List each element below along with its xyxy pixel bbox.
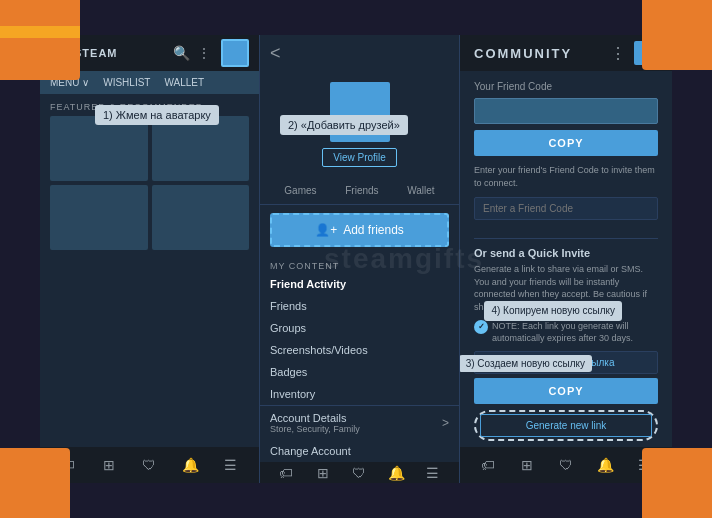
- generate-link-button[interactable]: Generate new link: [480, 414, 652, 437]
- mid-squares-icon[interactable]: ⊞: [314, 464, 332, 482]
- squares-icon[interactable]: ⊞: [100, 456, 118, 474]
- right-panel: COMMUNITY ⋮ Your Friend Code COPY Enter …: [460, 35, 672, 483]
- middle-bottom-bar: 🏷 ⊞ 🛡 🔔 ☰: [260, 462, 459, 483]
- friend-code-input[interactable]: [474, 98, 658, 124]
- community-dots-icon[interactable]: ⋮: [610, 44, 626, 63]
- chevron-right-icon: >: [442, 416, 449, 430]
- copy-button-2[interactable]: COPY: [474, 378, 658, 404]
- right-tag-icon[interactable]: 🏷: [479, 456, 497, 474]
- right-shield-icon[interactable]: 🛡: [557, 456, 575, 474]
- header-icons: 🔍 ⋮: [173, 39, 249, 67]
- search-icon[interactable]: 🔍: [173, 45, 189, 61]
- tooltip-generate-link: 3) Создаем новую ссылку: [460, 355, 592, 372]
- community-content: Your Friend Code COPY Enter your friend'…: [460, 71, 672, 447]
- community-header: COMMUNITY ⋮: [460, 35, 672, 71]
- menu-badges[interactable]: Badges: [260, 361, 459, 383]
- gift-decoration-top-left: [0, 0, 80, 80]
- right-squares-icon[interactable]: ⊞: [518, 456, 536, 474]
- main-container: steamgifts STEAM 🔍 ⋮ 1) Жмем на аватарку…: [40, 35, 672, 483]
- menu-inventory[interactable]: Inventory: [260, 383, 459, 405]
- menu-friends[interactable]: Friends: [260, 295, 459, 317]
- right-bell-icon[interactable]: 🔔: [596, 456, 614, 474]
- check-icon: ✓: [474, 320, 488, 334]
- mid-bell-icon[interactable]: 🔔: [387, 464, 405, 482]
- right-bottom-bar: 🏷 ⊞ 🛡 🔔 ☰: [460, 447, 672, 483]
- generate-link-outline: Generate new link: [474, 410, 658, 441]
- bell-icon[interactable]: 🔔: [181, 456, 199, 474]
- tab-wallet[interactable]: Wallet: [403, 183, 438, 198]
- change-account-item: Change Account: [260, 440, 459, 462]
- tab-friends[interactable]: Friends: [341, 183, 382, 198]
- tooltip-add-friends: 2) «Добавить друзей»: [280, 115, 408, 135]
- tooltip-copy-link: 4) Копируем новую ссылку: [484, 301, 622, 321]
- nav-wishlist[interactable]: WISHLIST: [99, 75, 154, 90]
- mid-shield-icon[interactable]: 🛡: [350, 464, 368, 482]
- account-details-sub: Store, Security, Family: [270, 424, 360, 434]
- featured-item-2: [152, 116, 250, 181]
- featured-grid: [40, 116, 259, 250]
- add-friends-button[interactable]: 👤+ Add friends: [270, 213, 449, 247]
- dots-icon[interactable]: ⋮: [197, 45, 213, 61]
- menu-friend-activity[interactable]: Friend Activity: [260, 273, 459, 295]
- tooltip-click-avatar: 1) Жмем на аватарку: [95, 105, 219, 125]
- view-profile-button[interactable]: View Profile: [322, 148, 397, 167]
- left-panel: STEAM 🔍 ⋮ 1) Жмем на аватарку MENU ∨ WIS…: [40, 35, 260, 483]
- profile-tabs: Games Friends Wallet: [260, 177, 459, 205]
- account-details-label: Account Details: [270, 412, 360, 424]
- account-details-item[interactable]: Account Details Store, Security, Family …: [260, 405, 459, 440]
- user-avatar[interactable]: [221, 39, 249, 67]
- gift-decoration-bottom-left: [0, 448, 70, 518]
- mid-tag-icon[interactable]: 🏷: [277, 464, 295, 482]
- gift-decoration-bottom-right: [642, 448, 712, 518]
- add-friends-label: Add friends: [343, 223, 404, 237]
- nav-wallet[interactable]: WALLET: [160, 75, 208, 90]
- menu-groups[interactable]: Groups: [260, 317, 459, 339]
- enter-friend-code-input[interactable]: [474, 197, 658, 220]
- middle-panel: < View Profile 2) «Добавить друзей» Game…: [260, 35, 460, 483]
- divider-1: [474, 238, 658, 239]
- featured-item-1: [50, 116, 148, 181]
- menu-icon[interactable]: ☰: [222, 456, 240, 474]
- gift-decoration-top-right: [642, 0, 712, 70]
- note-content: NOTE: Each link you generate will automa…: [492, 320, 658, 345]
- account-details-text: Account Details Store, Security, Family: [270, 412, 360, 434]
- featured-item-4: [152, 185, 250, 250]
- invite-description: Enter your friend's Friend Code to invit…: [474, 164, 658, 189]
- featured-item-3: [50, 185, 148, 250]
- my-content-label: MY CONTENT: [260, 255, 459, 273]
- content-menu: Friend Activity Friends Groups Screensho…: [260, 273, 459, 405]
- tab-games[interactable]: Games: [280, 183, 320, 198]
- friend-code-label: Your Friend Code: [474, 81, 658, 92]
- menu-screenshots[interactable]: Screenshots/Videos: [260, 339, 459, 361]
- left-bottom-bar: 🏷 ⊞ 🛡 🔔 ☰: [40, 447, 259, 483]
- copy-button-1[interactable]: COPY: [474, 130, 658, 156]
- add-friends-icon: 👤+: [315, 223, 337, 237]
- steam-logo-text: STEAM: [74, 47, 118, 59]
- change-account[interactable]: Change Account: [260, 440, 459, 462]
- back-button[interactable]: <: [260, 35, 459, 72]
- shield-icon[interactable]: 🛡: [140, 456, 158, 474]
- note-text: ✓ NOTE: Each link you generate will auto…: [474, 320, 658, 345]
- community-title: COMMUNITY: [474, 46, 572, 61]
- mid-menu-icon[interactable]: ☰: [424, 464, 442, 482]
- main-content: FEATURED & RECOMMENDED: [40, 94, 259, 447]
- quick-invite-title: Or send a Quick Invite: [474, 247, 658, 259]
